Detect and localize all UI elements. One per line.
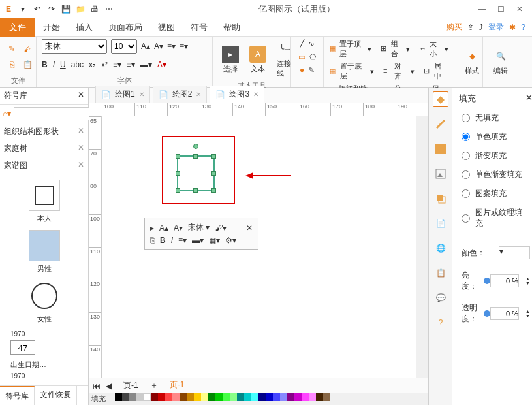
image-tab-icon[interactable] bbox=[433, 166, 448, 182]
menu-help[interactable]: 帮助 bbox=[215, 18, 248, 37]
canvas-page[interactable]: ▸ A▴ A▾ 宋体 ▾ 🖌▾ ✕ ⎘ B I ≡▾ ▬▾ ▦▾ bbox=[102, 116, 416, 378]
underline-button[interactable]: U bbox=[60, 60, 66, 69]
export-icon[interactable]: ⤴ bbox=[479, 23, 483, 32]
save-icon[interactable]: 💾 bbox=[60, 3, 72, 15]
polygon-icon[interactable]: ⬠ bbox=[309, 52, 316, 61]
pagetab-1b[interactable]: 页-1 bbox=[163, 378, 191, 394]
color-palette[interactable]: 填充 bbox=[89, 393, 428, 405]
num-input[interactable] bbox=[10, 340, 35, 355]
bring-front-button[interactable]: ▦置于顶层▾ bbox=[329, 39, 371, 59]
center-button[interactable]: ⊡居中 bbox=[424, 61, 449, 81]
fill-tab-icon[interactable] bbox=[433, 91, 448, 107]
cat-genealogy[interactable]: 家谱图✕ bbox=[0, 157, 88, 174]
opacity-stepper[interactable]: ▲▼ bbox=[525, 309, 530, 318]
pagetab-add-icon[interactable]: ＋ bbox=[150, 380, 158, 391]
shape-self[interactable]: 本人 bbox=[5, 180, 83, 223]
highlight-button[interactable]: ▬▾ bbox=[140, 60, 152, 69]
menu-symbol[interactable]: 符号 bbox=[183, 18, 215, 37]
increase-font-icon[interactable]: A▴ bbox=[141, 42, 150, 51]
circle-icon[interactable]: ● bbox=[300, 65, 304, 74]
ft-opts-icon[interactable]: ⚙▾ bbox=[225, 236, 236, 245]
ft-pointer-icon[interactable]: ▸ bbox=[150, 223, 154, 233]
send-back-button[interactable]: ▦置于底层▾ bbox=[329, 61, 374, 81]
text-tool[interactable]: A 文本 bbox=[245, 44, 270, 75]
floating-toolbar[interactable]: ▸ A▴ A▾ 宋体 ▾ 🖌▾ ✕ ⎘ B I ≡▾ ▬▾ ▦▾ bbox=[144, 218, 258, 250]
select-tool[interactable]: ▸ 选择 bbox=[218, 44, 243, 75]
menu-start[interactable]: 开始 bbox=[35, 18, 68, 37]
color-picker[interactable]: ▾ bbox=[499, 246, 530, 259]
open-icon[interactable]: 📁 bbox=[74, 3, 86, 15]
rect-icon[interactable]: ▭ bbox=[298, 52, 305, 61]
edit-button[interactable]: 🔍编辑 bbox=[488, 46, 513, 77]
fill-none-radio[interactable] bbox=[462, 114, 470, 122]
group-button[interactable]: ⊞组合▾ bbox=[381, 39, 410, 59]
fill-monograd-radio[interactable] bbox=[462, 170, 470, 179]
style-button[interactable]: ◆样式 bbox=[460, 46, 484, 77]
tab-recovery[interactable]: 文件恢复 bbox=[35, 386, 77, 405]
pagetab-1a[interactable]: 页-1 bbox=[117, 378, 145, 393]
ft-fill-icon[interactable]: ▬▾ bbox=[192, 236, 204, 245]
cat-familytree[interactable]: 家庭树✕ bbox=[0, 140, 88, 157]
close-icon[interactable]: ✕ bbox=[516, 5, 523, 14]
ft-fontdec-icon[interactable]: A▾ bbox=[174, 223, 183, 233]
menu-insert[interactable]: 插入 bbox=[68, 18, 101, 37]
fontsize-select[interactable]: 10 bbox=[111, 39, 137, 54]
brush-icon[interactable]: 🖌 bbox=[21, 42, 34, 56]
decrease-font-icon[interactable]: A▾ bbox=[154, 42, 163, 51]
tab-symbols[interactable]: 符号库 bbox=[0, 386, 35, 405]
fill-pattern-radio[interactable] bbox=[462, 189, 470, 198]
doctab-3[interactable]: 📄绘图3✕ bbox=[210, 86, 264, 103]
redo-icon[interactable]: ↷ bbox=[46, 3, 57, 15]
subscript-button[interactable]: x₂ bbox=[89, 60, 96, 69]
brightness-stepper[interactable]: ▲▼ bbox=[525, 276, 530, 285]
ft-brush-icon[interactable]: 🖌▾ bbox=[215, 223, 227, 233]
ft-font-select[interactable]: 宋体 ▾ bbox=[188, 222, 210, 233]
align-icon[interactable]: ≡▾ bbox=[180, 42, 188, 51]
curve-icon[interactable]: ∿ bbox=[308, 39, 315, 48]
file-menu[interactable]: 文件 bbox=[0, 18, 35, 37]
numbering-button[interactable]: ≡▾ bbox=[127, 60, 135, 69]
doctab-2[interactable]: 📄绘图2✕ bbox=[153, 86, 208, 103]
line-spacing-icon[interactable]: ≡▾ bbox=[167, 42, 176, 51]
login-link[interactable]: 登录 bbox=[488, 22, 504, 33]
line-tab-icon[interactable] bbox=[433, 116, 448, 132]
fill-gradient-radio[interactable] bbox=[462, 152, 470, 160]
size-button[interactable]: ↔大小▾ bbox=[419, 39, 448, 59]
ft-fontinc-icon[interactable]: A▴ bbox=[159, 223, 168, 233]
fill-picture-radio[interactable] bbox=[462, 214, 470, 223]
maximize-icon[interactable]: ☐ bbox=[497, 5, 505, 14]
ft-align-icon[interactable]: ≡▾ bbox=[178, 236, 187, 245]
align-button[interactable]: ≡对齐▾ bbox=[383, 61, 414, 81]
ft-more-icon[interactable]: ▦▾ bbox=[209, 236, 220, 245]
menu-view[interactable]: 视图 bbox=[150, 18, 183, 37]
ft-italic-icon[interactable]: I bbox=[171, 236, 173, 245]
strike-button[interactable]: abc bbox=[71, 60, 84, 69]
fill-solid-radio[interactable] bbox=[462, 133, 470, 141]
doctab-1[interactable]: 📄绘图1✕ bbox=[95, 86, 150, 103]
ft-close-icon[interactable]: ✕ bbox=[246, 223, 253, 233]
fill-close-icon[interactable]: ✕ bbox=[525, 93, 532, 105]
brightness-input[interactable] bbox=[490, 274, 519, 287]
italic-button[interactable]: I bbox=[53, 60, 55, 69]
selected-shape[interactable] bbox=[177, 155, 215, 191]
help-icon[interactable]: ? bbox=[521, 23, 525, 32]
share-icon[interactable]: ⇪ bbox=[467, 23, 474, 32]
print-icon[interactable]: 🖶 bbox=[89, 3, 101, 15]
opacity-input[interactable] bbox=[490, 307, 519, 320]
shadow-tab-icon[interactable] bbox=[433, 141, 448, 157]
bullets-button[interactable]: ≡▾ bbox=[113, 60, 121, 69]
more-icon[interactable]: ⋯ bbox=[103, 3, 115, 15]
menu-layout[interactable]: 页面布局 bbox=[101, 18, 150, 37]
minimize-icon[interactable]: — bbox=[478, 5, 486, 14]
notes-tab-icon[interactable]: 📋 bbox=[433, 265, 448, 281]
help-tab-icon[interactable]: ? bbox=[433, 315, 448, 331]
undo-icon[interactable]: ↶ bbox=[31, 3, 43, 15]
format-painter-icon[interactable]: ✎ bbox=[5, 42, 18, 56]
ft-copy-icon[interactable]: ⎘ bbox=[150, 236, 155, 245]
symbol-close-icon[interactable]: ✕ bbox=[78, 90, 84, 101]
font-select[interactable]: 宋体 bbox=[42, 39, 107, 54]
layer-tab-icon[interactable] bbox=[433, 191, 448, 206]
bold-button[interactable]: B bbox=[42, 60, 48, 69]
pencil-icon[interactable]: ✎ bbox=[308, 65, 315, 74]
ft-bold-icon[interactable]: B bbox=[160, 236, 166, 245]
